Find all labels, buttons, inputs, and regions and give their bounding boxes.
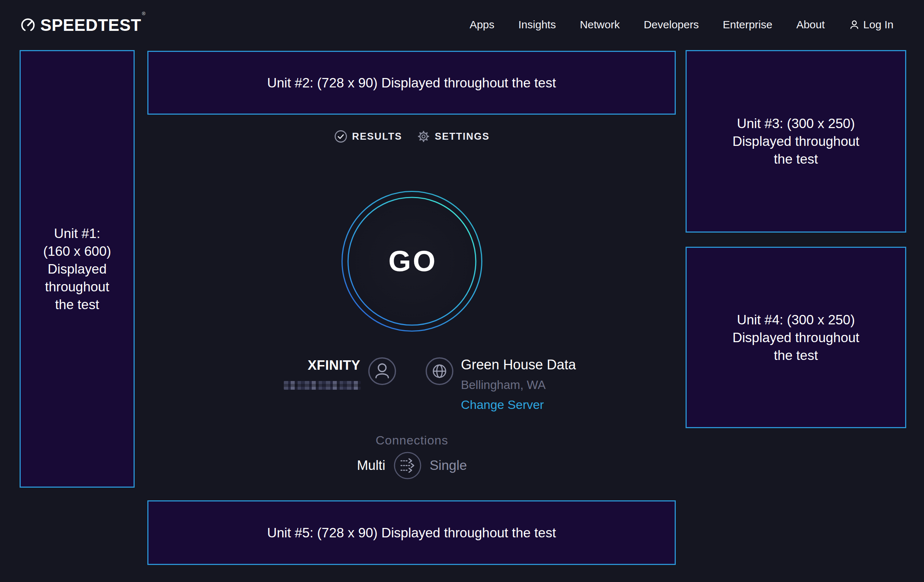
ad-unit-5-leaderboard[interactable]: Unit #5: (728 x 90) Displayed throughout… bbox=[147, 500, 676, 565]
multi-connection-arrows-icon[interactable] bbox=[393, 452, 422, 480]
nav-item-network[interactable]: Network bbox=[580, 18, 620, 31]
connections-single-option[interactable]: Single bbox=[430, 458, 467, 473]
isp-user-icon bbox=[368, 357, 397, 386]
server-globe-icon bbox=[425, 357, 454, 386]
connections-label: Connections bbox=[341, 433, 483, 447]
nav-item-about[interactable]: About bbox=[796, 18, 825, 31]
brand-wordmark: SPEEDTEST bbox=[40, 16, 141, 35]
check-circle-icon bbox=[334, 130, 347, 143]
ad-unit-3-rectangle[interactable]: Unit #3: (300 x 250) Displayed throughou… bbox=[686, 50, 906, 232]
login-button[interactable]: Log In bbox=[849, 18, 894, 31]
server-name: Green House Data bbox=[461, 357, 576, 373]
ad-unit-1-skyscraper[interactable]: Unit #1: (160 x 600) Displayed throughou… bbox=[20, 50, 135, 488]
view-tabs: RESULTS bbox=[341, 130, 483, 143]
gear-icon bbox=[417, 130, 430, 143]
server-location: Bellingham, WA bbox=[461, 378, 546, 392]
isp-ip-redacted bbox=[284, 381, 361, 390]
connections-multi-option[interactable]: Multi bbox=[357, 458, 385, 473]
tab-settings-label: SETTINGS bbox=[435, 131, 490, 142]
user-icon bbox=[849, 19, 860, 30]
speedometer-icon bbox=[20, 17, 36, 33]
go-button-label: GO bbox=[341, 191, 483, 332]
login-label: Log In bbox=[863, 18, 894, 31]
speedtest-page: SPEEDTEST® Apps Insights Network Develop… bbox=[0, 0, 924, 582]
tab-results[interactable]: RESULTS bbox=[334, 130, 402, 143]
tab-settings[interactable]: SETTINGS bbox=[417, 130, 490, 143]
connections-toggle-row: Multi Single bbox=[341, 452, 483, 480]
trademark-symbol: ® bbox=[142, 11, 145, 16]
change-server-link[interactable]: Change Server bbox=[461, 398, 544, 412]
speedtest-logo[interactable]: SPEEDTEST® bbox=[20, 17, 145, 33]
nav-item-developers[interactable]: Developers bbox=[644, 18, 699, 31]
ad-unit-4-rectangle[interactable]: Unit #4: (300 x 250) Displayed throughou… bbox=[686, 247, 906, 428]
nav-item-enterprise[interactable]: Enterprise bbox=[723, 18, 772, 31]
go-button[interactable]: GO bbox=[341, 191, 483, 332]
ad-unit-2-leaderboard[interactable]: Unit #2: (728 x 90) Displayed throughout… bbox=[147, 51, 676, 115]
nav-item-apps[interactable]: Apps bbox=[470, 18, 494, 31]
tab-results-label: RESULTS bbox=[352, 131, 402, 142]
main-nav: Apps Insights Network Developers Enterpr… bbox=[470, 7, 894, 42]
isp-name: XFINITY bbox=[232, 358, 360, 373]
nav-item-insights[interactable]: Insights bbox=[518, 18, 556, 31]
